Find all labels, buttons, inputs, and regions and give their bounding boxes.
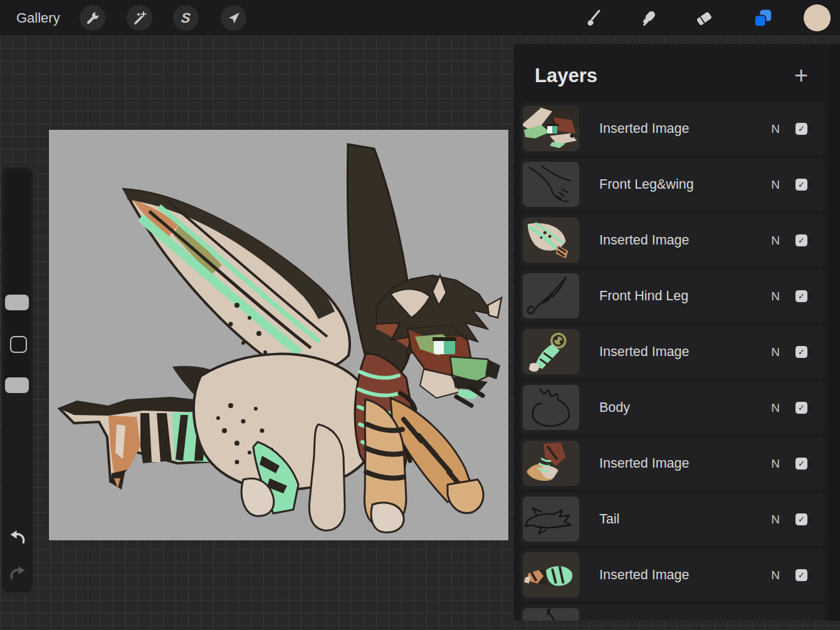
visibility-checkbox[interactable]: ✓ [795, 123, 807, 135]
gallery-button[interactable]: Gallery [16, 0, 60, 36]
blend-mode-button[interactable]: N [764, 437, 787, 490]
layer-thumbnail[interactable] [523, 552, 579, 597]
top-toolbar: Gallery S [0, 0, 840, 36]
layer-name: Front Hind Leg [599, 270, 688, 323]
layer-name: Inserted Image [599, 325, 689, 379]
layer-row[interactable]: Body N ✓ [520, 381, 825, 434]
layer-thumbnail[interactable] [523, 608, 579, 621]
layers-panel: Layers + Inserted Image [514, 44, 829, 621]
blend-mode-button[interactable]: N [764, 549, 787, 602]
eraser-icon [695, 9, 713, 28]
panel-edge-strip [829, 44, 840, 621]
far-front-leg [309, 424, 345, 530]
visibility-checkbox[interactable]: ✓ [795, 458, 807, 470]
visibility-checkbox[interactable]: ✓ [795, 513, 807, 525]
layers-panel-button[interactable] [750, 5, 776, 31]
layer-name: Inserted Image [599, 214, 689, 267]
adjustments-button[interactable] [127, 5, 152, 31]
pixel-art-dragon [49, 130, 508, 540]
transform-arrow-icon [226, 11, 241, 26]
blend-mode-button[interactable]: N [764, 381, 787, 434]
undo-icon [8, 528, 28, 547]
layer-thumbnail[interactable] [523, 441, 579, 486]
layer-thumbnail[interactable] [523, 385, 579, 430]
selection-s-icon: S [181, 10, 191, 26]
layer-name: Inserted Image [599, 549, 689, 602]
layer-row[interactable]: Inserted Image N ✓ [520, 102, 825, 155]
layer-row[interactable]: Front Leg&wing N ✓ [520, 158, 825, 211]
brush-size-slider[interactable] [5, 295, 29, 310]
redo-icon [8, 564, 28, 582]
visibility-checkbox[interactable]: ✓ [795, 346, 807, 358]
brush-sidebar [2, 167, 33, 592]
actions-button[interactable] [80, 5, 105, 31]
smudge-tool-button[interactable] [636, 5, 662, 31]
visibility-checkbox[interactable]: ✓ [795, 402, 807, 414]
opacity-slider[interactable] [5, 377, 29, 393]
modify-button[interactable] [10, 336, 27, 353]
blend-mode-button[interactable]: N [764, 325, 787, 379]
magic-wand-icon [132, 11, 147, 26]
selection-button[interactable]: S [173, 5, 199, 31]
layer-thumbnail[interactable] [523, 273, 579, 318]
layer-thumbnail[interactable] [523, 162, 579, 207]
layer-name: Inserted Image [599, 437, 689, 490]
layer-name: Body [599, 381, 630, 434]
blend-mode-button[interactable]: N [764, 493, 787, 546]
layer-thumbnail[interactable] [523, 329, 579, 374]
brush-tool-button[interactable] [579, 5, 606, 31]
blend-mode-button[interactable]: N [764, 270, 787, 323]
layer-name: Front Leg&wing [599, 158, 694, 211]
layer-thumbnail[interactable] [523, 218, 579, 263]
visibility-checkbox[interactable]: ✓ [795, 234, 807, 246]
undo-button[interactable] [8, 528, 28, 547]
layer-row[interactable]: Inserted Image N ✓ [520, 325, 825, 379]
layer-row[interactable]: Tail N ✓ [520, 493, 825, 546]
smudge-icon [639, 9, 658, 28]
blend-mode-button[interactable]: N [764, 102, 787, 155]
layer-row[interactable]: Inserted Image N ✓ [520, 437, 825, 490]
visibility-checkbox[interactable]: ✓ [795, 179, 807, 191]
layer-thumbnail[interactable] [523, 496, 579, 542]
far-wing [124, 189, 350, 372]
drawing-canvas[interactable] [49, 130, 508, 540]
layer-thumbnail[interactable] [523, 106, 579, 151]
visibility-checkbox[interactable]: ✓ [795, 290, 807, 302]
blend-mode-button[interactable]: N [764, 158, 787, 211]
layers-panel-title: Layers [535, 65, 597, 87]
eraser-tool-button[interactable] [691, 5, 717, 31]
color-swatch[interactable] [804, 4, 831, 31]
redo-button[interactable] [8, 564, 28, 582]
slider-track [5, 171, 29, 392]
blend-mode-button[interactable]: N [764, 214, 787, 267]
layer-list: Inserted Image N ✓ Front Leg&wing N ✓ [520, 102, 825, 621]
layer-row[interactable]: Inserted Image N ✓ [520, 549, 825, 602]
blend-mode-button[interactable] [764, 604, 787, 621]
wrench-icon [85, 11, 100, 26]
layer-row[interactable]: Front Hind Leg N ✓ [520, 270, 825, 323]
transform-button[interactable] [221, 5, 246, 31]
layer-row[interactable]: Inserted Image N ✓ [520, 214, 825, 267]
visibility-checkbox[interactable]: ✓ [795, 569, 807, 581]
layers-icon [753, 8, 773, 28]
layer-row[interactable] [520, 604, 825, 621]
brush-icon [583, 9, 602, 28]
add-layer-button[interactable]: + [790, 63, 812, 88]
layer-name: Tail [599, 493, 619, 546]
layer-name: Inserted Image [599, 102, 689, 155]
